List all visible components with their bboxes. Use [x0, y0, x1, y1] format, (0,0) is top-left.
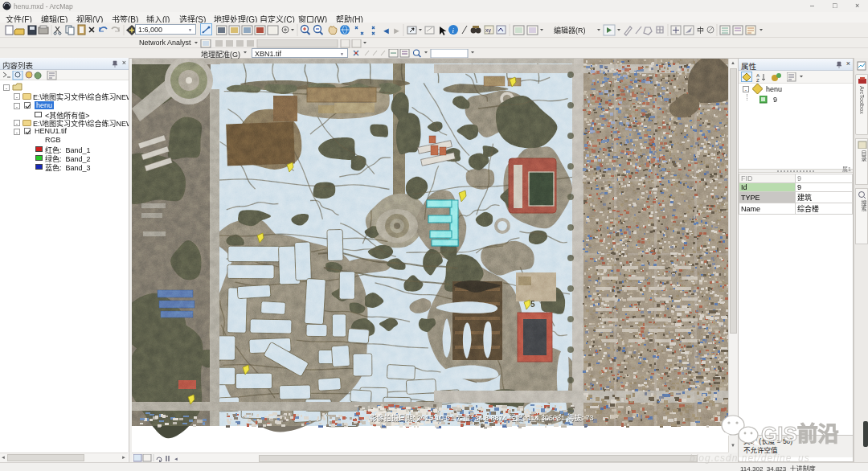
svg-text:影像拍摄日期: 2015-10-31 云量: 34.8.: 影像拍摄日期: 2015-10-31 云量: 34.8.8874 经度: 114… [370, 413, 593, 422]
svg-text:Z: Z [756, 78, 760, 82]
svg-text:◄: ◄ [382, 26, 391, 35]
svg-text:中: 中 [697, 26, 704, 35]
svg-text:►: ► [392, 26, 401, 35]
svg-text:编辑器(R): 编辑器(R) [554, 26, 586, 35]
svg-text:◄: ◄ [174, 457, 178, 461]
svg-text:xy: xy [485, 27, 492, 34]
